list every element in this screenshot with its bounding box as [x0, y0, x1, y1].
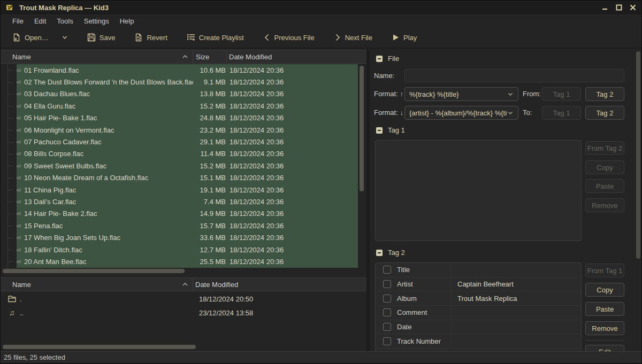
title-bar[interactable]: Trout Mask Replica — Kid3	[1, 1, 641, 14]
tag1-section-header[interactable]: Tag 1	[376, 126, 405, 134]
tag1-table[interactable]	[375, 140, 582, 241]
tag2-edit-button[interactable]: Edit	[585, 345, 624, 351]
scrollbar-thumb[interactable]	[3, 269, 185, 273]
file-column-date[interactable]: Date Modified	[227, 50, 366, 63]
app-icon	[6, 3, 14, 12]
file-row[interactable]: v215 Pena.flac15.7 MB18/12/2024 20:36	[1, 220, 358, 231]
menu-settings[interactable]: Settings	[79, 16, 114, 27]
file-row[interactable]: v208 Bills Corpse.flac11.4 MB18/12/2024 …	[1, 148, 358, 160]
next-file-button[interactable]: Next File	[330, 30, 377, 45]
revert-button[interactable]: Revert	[130, 30, 171, 45]
save-icon	[87, 33, 96, 42]
menu-file[interactable]: File	[7, 16, 29, 27]
format-up-combobox[interactable]: %{track} %{title}	[404, 87, 518, 101]
file-row[interactable]: v207 Pachuco Cadaver.flac29.1 MB18/12/20…	[1, 136, 358, 148]
album-checkbox[interactable]	[383, 295, 391, 303]
tree-guide	[1, 136, 17, 148]
file-row[interactable]: v203 Dachau Blues.flac13.8 MB18/12/2024 …	[1, 88, 358, 100]
tag2-row[interactable]: Title	[376, 263, 581, 277]
tag2-row[interactable]: Artist Captain Beefheart	[376, 277, 581, 292]
file-column-name[interactable]: Name	[1, 50, 193, 63]
dir-column-name[interactable]: Name	[1, 278, 193, 291]
open-button[interactable]: Open…	[8, 30, 53, 45]
menu-help[interactable]: Help	[114, 16, 140, 27]
file-date: 18/12/2024 20:36	[226, 78, 358, 86]
maximize-button[interactable]	[613, 3, 624, 12]
from-tag2-button[interactable]: Tag 2	[585, 87, 624, 101]
tag2-row[interactable]: Date	[376, 320, 581, 335]
tag2-section-title: Tag 2	[388, 249, 405, 257]
file-row[interactable]: v202 The Dust Blows Forward 'n the Dust …	[1, 76, 358, 88]
tag2-remove-button[interactable]: Remove	[585, 321, 624, 335]
file-row[interactable]: v218 Fallin' Ditch.flac12.7 MB18/12/2024…	[1, 244, 358, 255]
file-row[interactable]: v214 Hair Pie- Bake 2.flac14.9 MB18/12/2…	[1, 208, 358, 220]
status-text: 25 files, 25 selected	[4, 353, 65, 361]
menu-tools[interactable]: Tools	[51, 16, 78, 27]
title-checkbox[interactable]	[383, 266, 391, 274]
file-row[interactable]: v205 Hair Pie- Bake 1.flac24.8 MB18/12/2…	[1, 112, 358, 124]
window-title: Trout Mask Replica — Kid3	[19, 4, 109, 12]
open-dropdown-button[interactable]	[57, 31, 72, 44]
minimize-button[interactable]	[599, 3, 610, 12]
tag1-from-tag2-button[interactable]: From Tag 2	[585, 141, 624, 155]
tag2-section-header[interactable]: Tag 2	[376, 249, 405, 257]
tag-panel-vertical-scrollbar[interactable]	[635, 51, 641, 350]
file-row[interactable]: v206 Moonlight on Vermont.flac23.2 MB18/…	[1, 124, 358, 136]
collapse-icon[interactable]	[376, 127, 383, 134]
tag1-remove-button[interactable]: Remove	[585, 198, 624, 212]
file-section-header[interactable]: File	[376, 55, 399, 63]
file-name: 14 Hair Pie- Bake 2.flac	[24, 210, 97, 218]
dir-list-horizontal-scrollbar[interactable]	[1, 344, 366, 350]
file-column-size[interactable]: Size	[193, 50, 227, 63]
file-name: 10 Neon Meate Dream of a Octafish.flac	[24, 174, 148, 182]
tag2-paste-button[interactable]: Paste	[585, 302, 624, 316]
tag2-row[interactable]: Track Number	[376, 334, 581, 348]
file-row[interactable]: v213 Dali's Car.flac7.4 MB18/12/2024 20:…	[1, 196, 358, 207]
dir-column-date[interactable]: Date Modified	[193, 278, 366, 291]
close-button[interactable]	[627, 3, 638, 12]
file-row[interactable]: v217 When Big Joan Sets Up.flac33.6 MB18…	[1, 231, 358, 243]
tree-guide	[1, 208, 17, 220]
file-row[interactable]: v204 Ella Guru.flac15.2 MB18/12/2024 20:…	[1, 100, 358, 112]
comment-checkbox[interactable]	[383, 308, 391, 316]
file-size: 7.4 MB	[193, 198, 226, 206]
date-checkbox[interactable]	[383, 323, 391, 331]
tag2-row[interactable]: Comment	[376, 306, 581, 320]
scrollbar-thumb[interactable]	[636, 51, 640, 259]
file-row[interactable]: v211 China Pig.flac19.1 MB18/12/2024 20:…	[1, 184, 358, 196]
to-tag1-button[interactable]: Tag 1	[542, 106, 581, 120]
file-list-vertical-scrollbar[interactable]	[358, 65, 365, 273]
tag2-from-tag1-button[interactable]: From Tag 1	[585, 264, 624, 277]
track-number-checkbox[interactable]	[383, 337, 391, 345]
album-value[interactable]: Trout Mask Replica	[451, 295, 581, 303]
save-button[interactable]: Save	[83, 30, 120, 45]
create-playlist-button[interactable]: Create Playlist	[182, 30, 248, 45]
file-list-horizontal-scrollbar[interactable]	[1, 268, 358, 274]
menu-edit[interactable]: Edit	[29, 16, 51, 27]
format-down-combobox[interactable]: {artist} - %{album}/%{track} %{title}	[404, 106, 518, 120]
artist-checkbox[interactable]	[383, 280, 391, 288]
from-tag1-button[interactable]: Tag 1	[542, 87, 581, 101]
scrollbar-thumb[interactable]	[3, 345, 196, 349]
dir-row[interactable]: ♫ .. 23/12/2024 13:58	[1, 306, 366, 320]
collapse-icon[interactable]	[376, 56, 383, 62]
to-tag2-button[interactable]: Tag 2	[585, 106, 624, 120]
file-row[interactable]: v220 Ant Man Bee.flac25.5 MB18/12/2024 2…	[1, 255, 358, 267]
file-row[interactable]: v201 Frownland.flac10.6 MB18/12/2024 20:…	[1, 64, 358, 76]
tag-v2-badge: v2	[17, 259, 23, 264]
tag1-copy-button[interactable]: Copy	[585, 160, 624, 174]
previous-file-button[interactable]: Previous File	[259, 30, 319, 45]
scrollbar-thumb[interactable]	[360, 66, 364, 191]
dir-row[interactable]: . 18/12/2024 20:50	[1, 292, 366, 306]
tag1-paste-button[interactable]: Paste	[585, 179, 624, 193]
artist-value[interactable]: Captain Beefheart	[451, 280, 581, 288]
tag2-copy-button[interactable]: Copy	[585, 283, 624, 297]
tree-guide	[1, 172, 17, 184]
file-date: 18/12/2024 20:36	[226, 186, 358, 194]
play-button[interactable]: Play	[387, 30, 421, 45]
file-row[interactable]: v209 Sweet Sweet Bulbs.flac15.2 MB18/12/…	[1, 160, 358, 172]
file-row[interactable]: v210 Neon Meate Dream of a Octafish.flac…	[1, 172, 358, 184]
filename-input[interactable]	[404, 69, 624, 82]
collapse-icon[interactable]	[376, 250, 383, 256]
tag2-row[interactable]: Album Trout Mask Replica	[376, 291, 581, 306]
